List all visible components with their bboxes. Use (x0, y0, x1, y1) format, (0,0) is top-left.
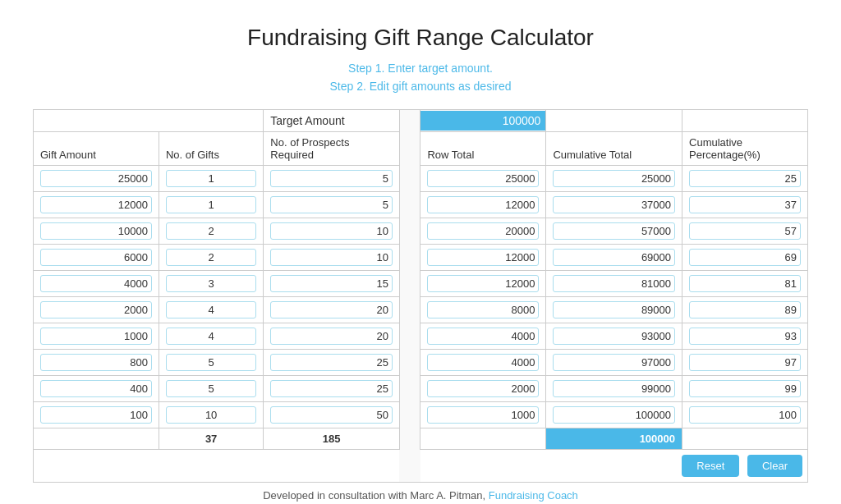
table-row (34, 323, 808, 349)
gift-amount-input[interactable] (40, 249, 152, 266)
cumulative-pct-input[interactable] (689, 328, 801, 345)
gift-amount-input[interactable] (40, 380, 152, 397)
row-total-input[interactable] (427, 406, 539, 424)
target-label: Target Amount (270, 114, 344, 127)
footer-text: Developed in consultation with Marc A. P… (263, 489, 485, 502)
no-gifts-input[interactable] (166, 196, 256, 213)
prospects-input[interactable] (270, 380, 393, 397)
cumulative-pct-input[interactable] (689, 406, 801, 424)
prospects-input[interactable] (270, 406, 393, 424)
table-row (34, 375, 808, 401)
cumulative-total-input[interactable] (553, 249, 675, 266)
gift-amount-input[interactable] (40, 301, 152, 318)
table-row (34, 191, 808, 218)
prospects-input[interactable] (270, 170, 393, 187)
row-total-input[interactable] (427, 222, 539, 240)
prospects-input[interactable] (270, 275, 393, 292)
table-row (34, 165, 808, 191)
header-row: Gift Amount No. of Gifts No. of Prospect… (34, 131, 808, 165)
target-row: Target Amount (34, 109, 808, 131)
cumulative-total-input[interactable] (553, 196, 675, 213)
no-gifts-input[interactable] (166, 354, 256, 371)
gift-amount-input[interactable] (40, 196, 152, 213)
cumulative-pct-input[interactable] (689, 354, 801, 371)
cumulative-total-input[interactable] (553, 170, 675, 187)
prospects-input[interactable] (270, 222, 393, 240)
row-total-input[interactable] (427, 196, 539, 213)
cumulative-total-input[interactable] (553, 406, 675, 424)
cumulative-pct-input[interactable] (689, 380, 801, 397)
table-row (34, 218, 808, 244)
cumulative-total-input[interactable] (553, 222, 675, 240)
buttons-row: Reset Clear (34, 449, 808, 482)
cumulative-pct-input[interactable] (689, 170, 801, 187)
reset-button[interactable]: Reset (682, 455, 739, 477)
cumulative-pct-input[interactable] (689, 275, 801, 292)
page-title: Fundraising Gift Range Calculator (33, 25, 808, 51)
gift-amount-input[interactable] (40, 354, 152, 371)
row-total-input[interactable] (427, 301, 539, 318)
gift-amount-input[interactable] (40, 328, 152, 345)
no-gifts-input[interactable] (166, 328, 256, 345)
row-total-input[interactable] (427, 328, 539, 345)
step2-text: Step 2. Edit gift amounts as desired (33, 77, 808, 95)
no-gifts-input[interactable] (166, 406, 256, 424)
row-total-input[interactable] (427, 249, 539, 266)
col-header-no-gifts: No. of Gifts (159, 131, 263, 165)
table-row (34, 270, 808, 296)
prospects-input[interactable] (270, 196, 393, 213)
no-gifts-input[interactable] (166, 301, 256, 318)
gift-amount-input[interactable] (40, 275, 152, 292)
cumulative-pct-input[interactable] (689, 249, 801, 266)
footer-link[interactable]: Fundraising Coach (489, 489, 578, 502)
totals-no-gifts: 37 (159, 428, 263, 449)
calculator-table: Target Amount Gift Amount No. of Gifts N… (33, 109, 808, 483)
col-header-cumulative-total: Cumulative Total (546, 131, 682, 165)
totals-prospects: 185 (264, 428, 400, 449)
cumulative-pct-input[interactable] (689, 301, 801, 318)
gift-amount-input[interactable] (40, 170, 152, 187)
prospects-input[interactable] (270, 301, 393, 318)
cumulative-pct-input[interactable] (689, 196, 801, 213)
row-total-input[interactable] (427, 275, 539, 292)
table-row (34, 296, 808, 323)
cumulative-total-input[interactable] (553, 301, 675, 318)
col-header-prospects: No. of Prospects Required (264, 131, 400, 165)
col-header-gift-amount: Gift Amount (34, 131, 159, 165)
no-gifts-input[interactable] (166, 275, 256, 292)
no-gifts-input[interactable] (166, 222, 256, 240)
prospects-input[interactable] (270, 249, 393, 266)
cumulative-total-input[interactable] (553, 275, 675, 292)
cumulative-pct-input[interactable] (689, 222, 801, 240)
row-total-input[interactable] (427, 170, 539, 187)
table-row (34, 349, 808, 375)
totals-row: 37 185 100000 (34, 428, 808, 449)
no-gifts-input[interactable] (166, 170, 256, 187)
gift-amount-input[interactable] (40, 406, 152, 424)
prospects-input[interactable] (270, 354, 393, 371)
row-total-input[interactable] (427, 380, 539, 397)
col-header-cumulative-pct: Cumulative Percentage(%) (682, 131, 808, 165)
col-header-row-total: Row Total (420, 131, 546, 165)
table-row (34, 401, 808, 428)
cumulative-total-input[interactable] (553, 380, 675, 397)
row-total-input[interactable] (427, 354, 539, 371)
totals-cumulative: 100000 (546, 428, 682, 449)
cumulative-total-input[interactable] (553, 328, 675, 345)
gift-amount-input[interactable] (40, 222, 152, 240)
target-amount-input[interactable] (420, 111, 545, 131)
no-gifts-input[interactable] (166, 249, 256, 266)
clear-button[interactable]: Clear (747, 455, 802, 477)
cumulative-total-input[interactable] (553, 354, 675, 371)
prospects-input[interactable] (270, 328, 393, 345)
no-gifts-input[interactable] (166, 380, 256, 397)
footer: Developed in consultation with Marc A. P… (33, 489, 808, 502)
step1-text: Step 1. Enter target amount. (33, 59, 808, 77)
instructions: Step 1. Enter target amount. Step 2. Edi… (33, 59, 808, 96)
table-row (34, 244, 808, 270)
